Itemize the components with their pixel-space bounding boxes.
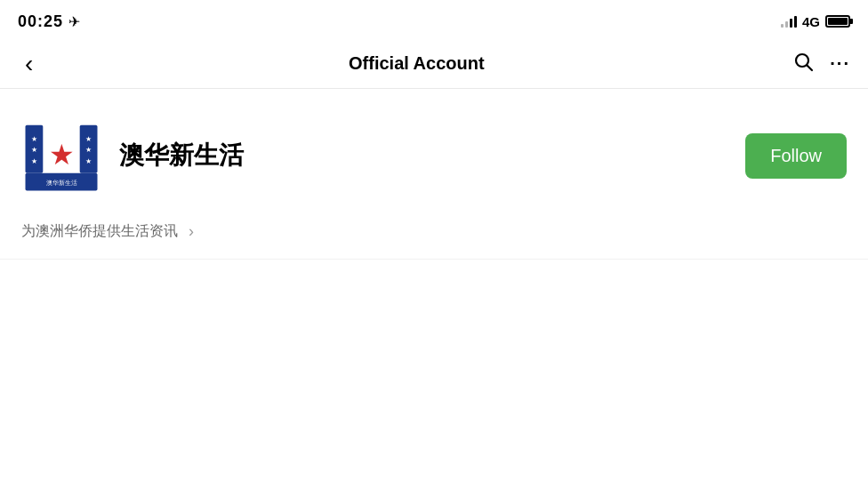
account-logo: ★ ★ ★ ★ ★ ★ ★ 澳华新生活: [21, 116, 101, 196]
network-type-label: 4G: [802, 14, 820, 29]
battery-body: [825, 15, 850, 28]
signal-bar-3: [790, 19, 792, 28]
svg-text:★: ★: [85, 146, 92, 154]
status-time: 00:25: [18, 12, 63, 31]
location-icon: ✈︎: [68, 13, 80, 30]
nav-title: Official Account: [349, 53, 485, 74]
description-text: 为澳洲华侨提供生活资讯: [21, 222, 178, 241]
account-section: ★ ★ ★ ★ ★ ★ ★ 澳华新生活 澳华新生活 Follow: [0, 89, 868, 222]
svg-text:澳华新生活: 澳华新生活: [46, 179, 77, 187]
svg-text:★: ★: [31, 146, 37, 154]
more-options-icon[interactable]: ···: [830, 53, 850, 74]
nav-actions: ···: [792, 51, 850, 77]
status-right: 4G: [781, 14, 850, 29]
battery-fill: [828, 18, 848, 25]
back-button[interactable]: ‹: [18, 46, 40, 82]
description-section[interactable]: 为澳洲华侨提供生活资讯 ›: [0, 222, 868, 260]
search-icon[interactable]: [792, 51, 814, 77]
battery-icon: [825, 15, 850, 28]
status-bar: 00:25 ✈︎ 4G: [0, 0, 868, 39]
status-left: 00:25 ✈︎: [18, 12, 80, 31]
svg-text:★: ★: [85, 135, 92, 143]
phone-screen: 00:25 ✈︎ 4G ‹ Official Account: [0, 0, 868, 488]
svg-text:★: ★: [85, 157, 92, 165]
svg-line-1: [808, 65, 813, 70]
svg-text:★: ★: [31, 157, 37, 165]
nav-bar: ‹ Official Account ···: [0, 39, 868, 89]
svg-text:★: ★: [49, 139, 75, 171]
signal-bar-2: [785, 21, 788, 28]
follow-button[interactable]: Follow: [745, 133, 847, 179]
svg-text:★: ★: [31, 135, 37, 143]
signal-bar-4: [794, 16, 797, 28]
signal-bar-1: [781, 24, 784, 28]
signal-icon: [781, 15, 797, 28]
chevron-right-icon: ›: [189, 222, 194, 241]
account-name: 澳华新生活: [119, 139, 244, 172]
